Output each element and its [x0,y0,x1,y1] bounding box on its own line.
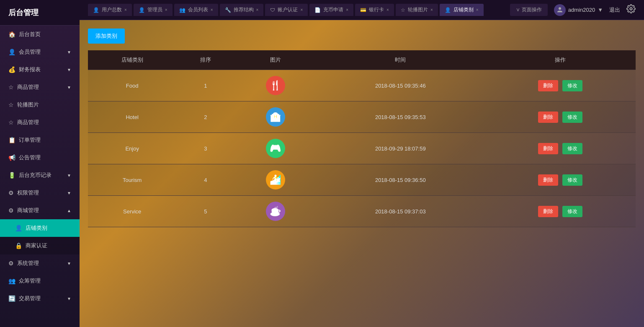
edit-button[interactable]: 修改 [562,80,582,91]
tab-bank-card[interactable]: 💳 银行卡 × [355,4,394,16]
cell-time: 2018-08-15 09:35:53 [316,101,484,133]
cell-time: 2018-08-15 09:37:03 [316,196,484,227]
svg-point-1 [630,8,632,10]
delete-button[interactable]: 删除 [538,80,558,91]
cell-name: Hotel [88,101,176,133]
close-icon[interactable]: × [346,8,348,12]
edit-button[interactable]: 修改 [562,206,582,217]
sidebar-item-member[interactable]: 👤 会员管理 ▼ [0,43,80,61]
sidebar: 后台管理 🏠 后台首页 👤 会员管理 ▼ 💰 财务报表 ▼ ☆ 商品管理 ▼ ☆… [0,0,80,327]
category-icon: 🏄 [266,170,285,189]
settings-icon[interactable] [626,4,636,16]
tab-carousel[interactable]: ☆ 轮播图片 × [396,4,438,16]
sidebar-label-home: 后台首页 [19,31,41,38]
shoptype-icon: 👤 [15,225,22,231]
add-category-button[interactable]: 添加类别 [88,29,125,44]
delete-button[interactable]: 删除 [538,143,558,154]
tab-label-bank-card: 银行卡 [369,6,384,13]
main-area: 👤 用户总数 × 👤 管理员 × 👥 会员列表 × 🔧 推荐结构 × 🛡 [80,0,644,327]
logout-button[interactable]: 退出 [609,6,620,14]
product2-icon: ☆ [8,119,14,126]
tab-label-recommend: 推荐结构 [234,6,254,13]
cell-name: Service [88,196,176,227]
tab-user-count[interactable]: 👤 用户总数 × [88,4,132,16]
tab-member-list[interactable]: 👥 会员列表 × [174,4,218,16]
recommend-icon: 🔧 [225,7,231,13]
close-icon[interactable]: × [386,8,389,12]
sidebar-label-merchant: 商家认证 [26,242,47,249]
edit-button[interactable]: 修改 [562,143,582,154]
table-row: Tourism 4 🏄 2018-08-15 09:36:50 删除 修改 [88,164,636,196]
dropdown-icon[interactable]: ▼ [598,7,603,13]
sidebar-label-system: 系统管理 [17,260,39,267]
avatar [554,4,566,16]
home-icon: 🏠 [8,31,15,38]
sidebar-item-recharge[interactable]: 🔋 后台充币记录 ▼ [0,166,80,184]
tab-label-carousel: 轮播图片 [408,6,428,13]
svg-point-0 [559,7,561,10]
close-icon[interactable]: × [476,8,479,12]
admin-name: admin2020 [568,7,595,13]
delete-button[interactable]: 删除 [538,112,558,123]
close-icon[interactable]: × [430,8,433,12]
chevron-up-icon: ▲ [67,208,71,213]
sidebar-item-finance[interactable]: 💰 财务报表 ▼ [0,61,80,78]
cell-ops: 删除 修改 [485,70,636,101]
delete-button[interactable]: 删除 [538,174,558,186]
cell-time: 2018-08-15 09:36:50 [316,164,484,196]
cell-icon: 🏨 [234,101,316,133]
close-icon[interactable]: × [165,8,167,12]
tab-recharge-apply[interactable]: 📄 充币申请 × [309,4,353,16]
cell-icon: 🏄 [234,164,316,196]
cell-order: 3 [176,133,234,164]
cell-name: Enjoy [88,133,176,164]
order-icon: 📋 [8,137,15,143]
sidebar-item-home[interactable]: 🏠 后台首页 [0,26,80,43]
sidebar-item-crowdfund[interactable]: 👥 众筹管理 [0,272,80,290]
sidebar-item-product2[interactable]: ☆ 商品管理 [0,114,80,131]
cell-ops: 删除 修改 [485,133,636,164]
sidebar-item-shop[interactable]: ⚙ 商城管理 ▲ [0,202,80,219]
delete-button[interactable]: 删除 [538,206,558,217]
merchant-icon: 🔒 [15,242,22,249]
close-icon[interactable]: × [256,8,259,12]
sidebar-item-shoptype[interactable]: 👤 店铺类别 [0,219,80,237]
sidebar-label-notice: 公告管理 [19,154,41,161]
close-icon[interactable]: × [300,8,303,12]
sidebar-item-product1[interactable]: ☆ 商品管理 ▼ [0,78,80,96]
category-icon: 🍴 [266,76,285,95]
sidebar-label-product1: 商品管理 [17,83,39,91]
topbar: 👤 用户总数 × 👤 管理员 × 👥 会员列表 × 🔧 推荐结构 × 🛡 [80,0,644,20]
close-icon[interactable]: × [124,8,127,12]
sidebar-item-permission[interactable]: ⚙ 权限管理 ▼ [0,184,80,202]
tab-shop-type[interactable]: 👤 店铺类别 × [440,4,484,16]
tab-label-recharge-apply: 充币申请 [323,6,343,13]
sidebar-item-system[interactable]: ⚙ 系统管理 ▼ [0,254,80,272]
chevron-down-icon: ▼ [67,191,71,195]
cell-icon: ☕ [234,196,316,227]
finance-icon: 💰 [8,66,15,73]
close-icon[interactable]: × [211,8,213,12]
carousel-icon: ☆ [401,7,405,13]
shop-icon: ⚙ [8,207,14,214]
sidebar-item-banner[interactable]: ☆ 轮播图片 [0,96,80,114]
admin-tab-icon: 👤 [139,7,145,13]
sidebar-item-order[interactable]: 📋 订单管理 [0,131,80,149]
category-icon: 🎮 [266,139,285,158]
tab-admin[interactable]: 👤 管理员 × [134,4,173,16]
sidebar-item-merchant[interactable]: 🔒 商家认证 [0,237,80,254]
tab-account-auth[interactable]: 🛡 账户认证 × [265,4,308,16]
sidebar-label-shoptype: 店铺类别 [26,224,47,232]
tab-list: 👤 用户总数 × 👤 管理员 × 👥 会员列表 × 🔧 推荐结构 × 🛡 [88,4,484,16]
edit-button[interactable]: 修改 [562,174,582,186]
sidebar-label-recharge: 后台充币记录 [19,171,52,179]
page-ops-button[interactable]: ∨ 页面操作 [510,4,547,16]
shop-type-tab-icon: 👤 [445,7,451,13]
sidebar-item-notice[interactable]: 📢 公告管理 [0,149,80,166]
sidebar-item-trade[interactable]: 🔄 交易管理 ▼ [0,290,80,307]
category-icon: ☕ [266,202,285,221]
chevron-down-icon: ▼ [67,50,71,54]
tab-recommend[interactable]: 🔧 推荐结构 × [220,4,264,16]
chevron-down-icon: ▼ [67,173,71,178]
edit-button[interactable]: 修改 [562,112,582,123]
